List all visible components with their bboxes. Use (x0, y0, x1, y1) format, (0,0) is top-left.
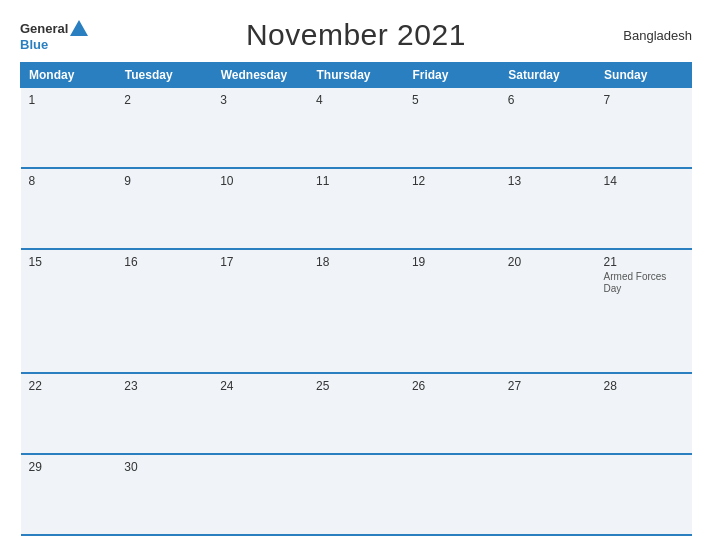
day-number: 25 (316, 379, 396, 393)
calendar-week-row: 1234567 (21, 88, 692, 168)
day-number: 22 (29, 379, 109, 393)
calendar-day-cell (308, 454, 404, 535)
day-number: 28 (604, 379, 684, 393)
header-sunday: Sunday (596, 63, 692, 88)
header-monday: Monday (21, 63, 117, 88)
calendar-day-cell: 26 (404, 373, 500, 454)
calendar-day-cell: 15 (21, 249, 117, 373)
calendar-day-cell: 12 (404, 168, 500, 249)
day-number: 18 (316, 255, 396, 269)
calendar-day-cell (596, 454, 692, 535)
calendar-day-cell: 18 (308, 249, 404, 373)
month-title: November 2021 (246, 18, 466, 52)
calendar-week-row: 22232425262728 (21, 373, 692, 454)
day-number: 13 (508, 174, 588, 188)
calendar-day-cell: 28 (596, 373, 692, 454)
calendar-day-cell: 13 (500, 168, 596, 249)
day-number: 8 (29, 174, 109, 188)
calendar-day-cell: 10 (212, 168, 308, 249)
calendar-day-cell: 8 (21, 168, 117, 249)
calendar-day-cell: 30 (116, 454, 212, 535)
logo-triangle-icon (70, 20, 88, 36)
calendar-day-cell: 1 (21, 88, 117, 168)
header-wednesday: Wednesday (212, 63, 308, 88)
day-number: 17 (220, 255, 300, 269)
calendar-day-cell: 23 (116, 373, 212, 454)
day-number: 19 (412, 255, 492, 269)
calendar-day-cell: 25 (308, 373, 404, 454)
day-number: 5 (412, 93, 492, 107)
calendar-week-row: 891011121314 (21, 168, 692, 249)
day-number: 1 (29, 93, 109, 107)
calendar-day-cell (212, 454, 308, 535)
header-tuesday: Tuesday (116, 63, 212, 88)
calendar-page: General Blue November 2021 Bangladesh Mo… (0, 0, 712, 550)
day-number: 14 (604, 174, 684, 188)
calendar-day-cell: 3 (212, 88, 308, 168)
calendar-day-cell: 16 (116, 249, 212, 373)
day-number: 20 (508, 255, 588, 269)
day-number: 24 (220, 379, 300, 393)
weekday-header-row: Monday Tuesday Wednesday Thursday Friday… (21, 63, 692, 88)
day-number: 4 (316, 93, 396, 107)
day-number: 26 (412, 379, 492, 393)
calendar-table: Monday Tuesday Wednesday Thursday Friday… (20, 62, 692, 536)
logo-blue: Blue (20, 38, 48, 51)
calendar-day-cell: 11 (308, 168, 404, 249)
calendar-day-cell: 19 (404, 249, 500, 373)
calendar-day-cell: 20 (500, 249, 596, 373)
day-number: 6 (508, 93, 588, 107)
calendar-day-cell: 2 (116, 88, 212, 168)
day-number: 12 (412, 174, 492, 188)
country-label: Bangladesh (623, 28, 692, 43)
calendar-week-row: 2930 (21, 454, 692, 535)
calendar-day-cell: 7 (596, 88, 692, 168)
calendar-week-row: 15161718192021Armed Forces Day (21, 249, 692, 373)
day-number: 2 (124, 93, 204, 107)
day-number: 3 (220, 93, 300, 107)
day-number: 21 (604, 255, 684, 269)
calendar-day-cell (404, 454, 500, 535)
day-number: 27 (508, 379, 588, 393)
calendar-day-cell (500, 454, 596, 535)
day-number: 7 (604, 93, 684, 107)
calendar-day-cell: 9 (116, 168, 212, 249)
day-number: 30 (124, 460, 204, 474)
day-number: 9 (124, 174, 204, 188)
day-number: 16 (124, 255, 204, 269)
calendar-day-cell: 5 (404, 88, 500, 168)
header-friday: Friday (404, 63, 500, 88)
logo: General Blue (20, 20, 88, 51)
header-saturday: Saturday (500, 63, 596, 88)
calendar-day-cell: 24 (212, 373, 308, 454)
calendar-day-cell: 14 (596, 168, 692, 249)
calendar-day-cell: 6 (500, 88, 596, 168)
calendar-day-cell: 4 (308, 88, 404, 168)
calendar-day-cell: 22 (21, 373, 117, 454)
calendar-day-cell: 17 (212, 249, 308, 373)
header: General Blue November 2021 Bangladesh (20, 18, 692, 52)
calendar-day-cell: 27 (500, 373, 596, 454)
day-number: 10 (220, 174, 300, 188)
logo-general: General (20, 22, 68, 35)
header-thursday: Thursday (308, 63, 404, 88)
day-number: 29 (29, 460, 109, 474)
day-number: 23 (124, 379, 204, 393)
event-label: Armed Forces Day (604, 271, 684, 295)
calendar-day-cell: 29 (21, 454, 117, 535)
day-number: 15 (29, 255, 109, 269)
calendar-day-cell: 21Armed Forces Day (596, 249, 692, 373)
day-number: 11 (316, 174, 396, 188)
